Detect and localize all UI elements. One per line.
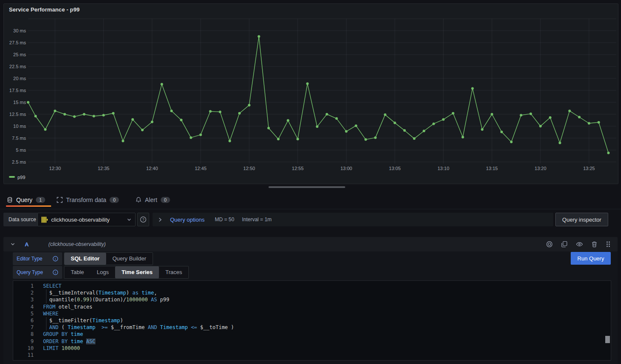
svg-text:13:00: 13:00: [341, 166, 352, 171]
editor-type-label: Editor Type: [17, 256, 42, 262]
query-options-bar: Query options MD = 50 Interval = 1m: [153, 213, 553, 226]
code-line: 2 $__timeInterval(Timestamp) as time,: [13, 289, 611, 296]
svg-text:13:20: 13:20: [534, 166, 546, 171]
svg-text:?: ?: [142, 217, 144, 222]
code-line: 1SELECT: [13, 283, 611, 289]
svg-text:12:40: 12:40: [146, 166, 158, 171]
svg-text:13:10: 13:10: [437, 166, 449, 171]
transform-icon: [57, 197, 63, 203]
code-line: 6 $__timeFilter(Timestamp): [13, 317, 611, 324]
query-type-group: TableLogsTime SeriesTraces: [64, 266, 189, 279]
clickhouse-logo-icon: [41, 217, 48, 223]
svg-text:12:45: 12:45: [195, 166, 207, 171]
query-row-header[interactable]: A (clickhouse-observability): [3, 237, 618, 251]
chevron-right-icon[interactable]: [158, 217, 162, 222]
chevron-down-icon: [127, 217, 132, 222]
svg-text:20 ms: 20 ms: [13, 76, 26, 81]
editor-type-field: Editor Type i: [13, 252, 62, 265]
active-tab-underline: [6, 205, 51, 207]
query-type-option-table[interactable]: Table: [64, 266, 90, 278]
editor-type-option-sql-editor[interactable]: SQL Editor: [64, 253, 106, 265]
query-options-link[interactable]: Query options: [170, 217, 205, 223]
tab-query-label: Query: [16, 196, 32, 203]
svg-text:10 ms: 10 ms: [13, 124, 26, 129]
query-type-option-logs[interactable]: Logs: [90, 266, 115, 278]
svg-text:13:05: 13:05: [389, 166, 401, 171]
svg-text:i: i: [55, 257, 56, 261]
chart-panel: Service Performance - p99 30 ms27.5 ms25…: [3, 3, 618, 184]
svg-text:30 ms: 30 ms: [13, 28, 26, 33]
collapse-row-icon[interactable]: [10, 242, 15, 247]
svg-text:15 ms: 15 ms: [13, 100, 26, 105]
tab-query-count: 1: [36, 197, 45, 203]
code-line: 11: [13, 352, 611, 358]
help-circle-icon: ?: [140, 216, 147, 223]
svg-text:2.5 ms: 2.5 ms: [12, 159, 26, 165]
svg-text:p99: p99: [17, 175, 25, 180]
svg-text:13:15: 13:15: [486, 166, 498, 171]
query-datasource-hint: (clickhouse-observability): [48, 241, 106, 247]
code-line: 4FROM otel_traces: [13, 303, 611, 310]
code-line: 8GROUP BY time: [13, 331, 611, 338]
query-type-option-time-series[interactable]: Time Series: [115, 266, 159, 278]
hide-response-icon[interactable]: [576, 241, 583, 248]
query-ref-id: A: [25, 241, 29, 248]
editor-type-option-query-builder[interactable]: Query Builder: [106, 253, 153, 265]
drag-handle-icon[interactable]: [606, 241, 611, 248]
svg-text:7.5 ms: 7.5 ms: [12, 136, 26, 141]
run-query-button[interactable]: Run Query: [571, 252, 611, 265]
duplicate-query-icon[interactable]: [561, 241, 568, 248]
info-circle-icon: i: [52, 269, 58, 275]
timeseries-chart[interactable]: 30 ms27.5 ms25 ms22.5 ms20 ms17.5 ms15 m…: [4, 4, 617, 183]
tab-alert-count: 0: [161, 197, 170, 203]
code-line: 10LIMIT 100000: [13, 345, 611, 352]
query-type-label: Query Type: [17, 269, 43, 275]
svg-text:12:50: 12:50: [243, 166, 255, 171]
info-circle-icon: i: [52, 256, 58, 262]
code-line: 7 AND ( Timestamp >= $__fromTime AND Tim…: [13, 324, 611, 331]
svg-text:12:35: 12:35: [98, 166, 110, 171]
svg-text:25 ms: 25 ms: [13, 52, 26, 57]
svg-text:5 ms: 5 ms: [16, 147, 26, 153]
code-line: 3 quantile(0.99)(Duration)/1000000 AS p9…: [13, 296, 611, 303]
datasource-help-button[interactable]: ?: [137, 213, 149, 226]
database-icon: [7, 197, 13, 203]
svg-text:12.5 ms: 12.5 ms: [9, 112, 26, 117]
query-type-option-traces[interactable]: Traces: [159, 266, 188, 278]
svg-text:13:25: 13:25: [583, 166, 595, 171]
svg-text:17.5 ms: 17.5 ms: [9, 88, 26, 93]
sql-code: 1SELECT2 $__timeInterval(Timestamp) as t…: [13, 283, 611, 358]
svg-text:22.5 ms: 22.5 ms: [9, 64, 26, 69]
delete-query-icon[interactable]: [591, 241, 598, 248]
tabs-bar: Query 1 Transform data 0 Alert 0: [0, 193, 621, 209]
max-data-points-value: MD = 50: [215, 217, 234, 222]
svg-text:12:55: 12:55: [292, 166, 304, 171]
tab-alert[interactable]: Alert 0: [136, 193, 170, 207]
query-type-field: Query Type i: [13, 266, 62, 279]
panel-resize-handle[interactable]: [269, 186, 345, 188]
svg-text:i: i: [55, 271, 56, 274]
tab-transform-data[interactable]: Transform data 0: [57, 193, 119, 207]
code-line: 9ORDER BY time ASC: [13, 338, 611, 345]
tab-query[interactable]: Query 1: [7, 193, 45, 207]
editor-type-group: SQL EditorQuery Builder: [64, 252, 153, 265]
datasource-name: clickhouse-observability: [51, 217, 110, 223]
tab-alert-label: Alert: [145, 196, 157, 203]
svg-text:12:30: 12:30: [49, 166, 61, 171]
overview-ruler-marker: [605, 336, 610, 343]
datasource-label: Data source: [3, 213, 41, 226]
record-icon[interactable]: [546, 241, 553, 248]
svg-text:27.5 ms: 27.5 ms: [9, 40, 26, 45]
sql-editor[interactable]: 1SELECT2 $__timeInterval(Timestamp) as t…: [13, 280, 611, 361]
query-inspector-button[interactable]: Query inspector: [555, 213, 608, 226]
interval-value: Interval = 1m: [242, 217, 272, 222]
tab-transform-count: 0: [110, 197, 119, 203]
bell-icon: [136, 197, 142, 203]
tab-transform-label: Transform data: [66, 196, 106, 203]
datasource-picker[interactable]: clickhouse-observability: [38, 213, 136, 226]
code-line: 5WHERE: [13, 310, 611, 317]
